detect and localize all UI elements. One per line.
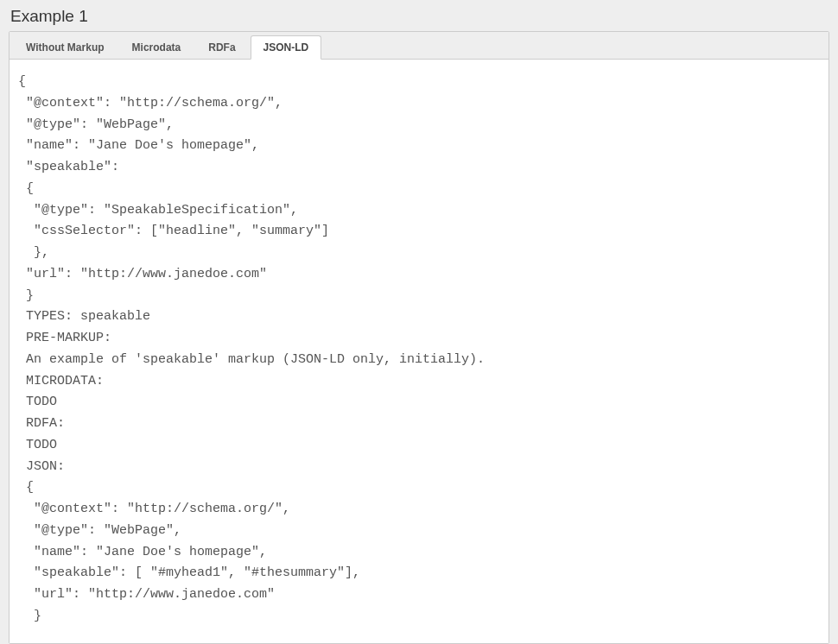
example-heading: Example 1	[9, 7, 829, 26]
tab-microdata[interactable]: Microdata	[119, 35, 194, 59]
tab-container: Without Markup Microdata RDFa JSON-LD { …	[9, 31, 829, 644]
tab-rdfa[interactable]: RDFa	[195, 35, 248, 59]
tab-json-ld[interactable]: JSON-LD	[251, 35, 322, 60]
tab-bar: Without Markup Microdata RDFa JSON-LD	[10, 32, 828, 60]
code-block: { "@context": "http://schema.org/", "@ty…	[10, 60, 828, 643]
tab-without-markup[interactable]: Without Markup	[13, 35, 117, 59]
